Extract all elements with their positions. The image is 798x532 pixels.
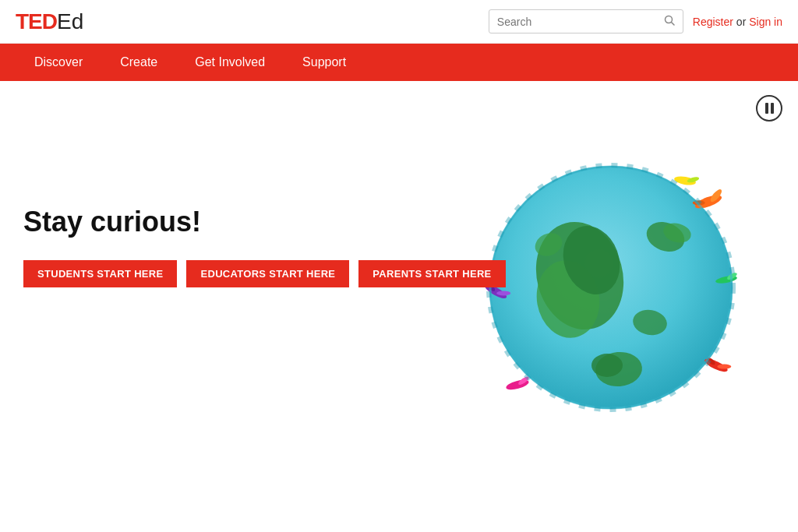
main-navbar: Discover Create Get Involved Support <box>0 44 798 81</box>
register-link[interactable]: Register <box>693 16 733 28</box>
nav-item-discover[interactable]: Discover <box>16 44 101 81</box>
globe-illustration <box>471 128 751 439</box>
search-input[interactable] <box>497 16 664 28</box>
hero-section: Stay curious! Students start here Educat… <box>0 81 798 532</box>
svg-line-1 <box>671 23 674 26</box>
nav-item-get-involved[interactable]: Get Involved <box>176 44 284 81</box>
svg-point-19 <box>496 291 510 295</box>
or-text: or <box>733 16 749 28</box>
globe-svg <box>478 143 743 424</box>
auth-links: Register or Sign in <box>693 16 782 28</box>
site-logo[interactable]: TEDEd <box>16 9 83 34</box>
logo-ted: TED <box>16 9 57 34</box>
cta-buttons: Students start here Educators start here… <box>23 260 506 287</box>
pause-icon <box>765 103 774 114</box>
nav-item-support[interactable]: Support <box>284 44 365 81</box>
search-icon[interactable] <box>664 15 675 28</box>
nav-item-create[interactable]: Create <box>101 44 176 81</box>
hero-content: Stay curious! Students start here Educat… <box>23 206 506 287</box>
students-cta-button[interactable]: Students start here <box>23 260 177 287</box>
signin-link[interactable]: Sign in <box>749 16 782 28</box>
logo-ed: Ed <box>57 9 83 34</box>
svg-point-24 <box>717 365 731 369</box>
search-box[interactable] <box>489 9 683 33</box>
site-header: TEDEd Register or Sign in <box>0 0 798 44</box>
educators-cta-button[interactable]: Educators start here <box>186 260 349 287</box>
svg-point-10 <box>591 354 623 377</box>
parents-cta-button[interactable]: Parents start here <box>358 260 505 287</box>
pause-button[interactable] <box>756 95 782 122</box>
hero-title: Stay curious! <box>23 206 506 238</box>
header-right: Register or Sign in <box>489 9 782 33</box>
